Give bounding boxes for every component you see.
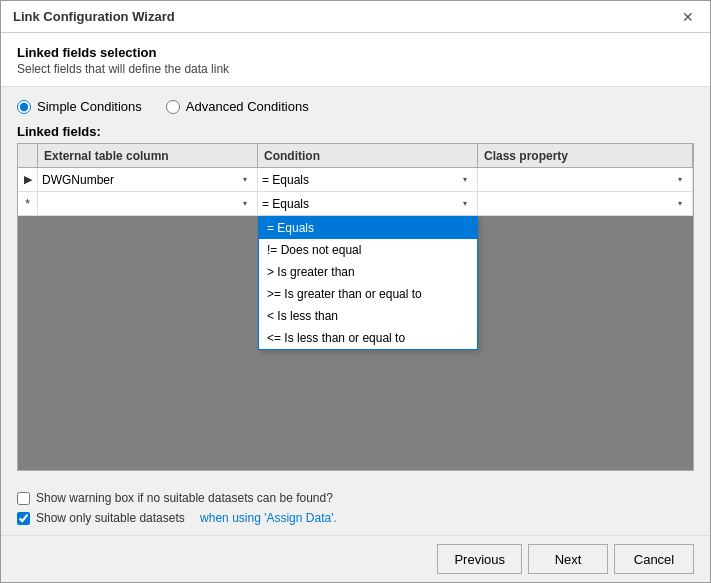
dropdown-item-less-equal[interactable]: <= Is less than or equal to — [259, 327, 477, 349]
condition-type-group: Simple Conditions Advanced Conditions — [17, 99, 694, 114]
header-section: Linked fields selection Select fields th… — [1, 33, 710, 87]
condition-dropdown-popup: = Equals != Does not equal > Is greater … — [258, 216, 478, 350]
table-row: ▶ DWGNumber ▾ = Equals ▾ — [18, 168, 693, 192]
condition-cell-2[interactable]: = Equals ▾ = Equals != Does not equal > … — [258, 192, 478, 215]
external-value-1: DWGNumber — [42, 173, 237, 187]
next-button[interactable]: Next — [528, 544, 608, 574]
advanced-conditions-option[interactable]: Advanced Conditions — [166, 99, 309, 114]
class-dropdown-arrow-2[interactable]: ▾ — [672, 196, 688, 212]
dropdown-item-greater-equal[interactable]: >= Is greater than or equal to — [259, 283, 477, 305]
condition-cell-1[interactable]: = Equals ▾ — [258, 168, 478, 191]
previous-button[interactable]: Previous — [437, 544, 522, 574]
bottom-section: Show warning box if no suitable datasets… — [1, 483, 710, 535]
simple-conditions-label: Simple Conditions — [37, 99, 142, 114]
suitable-checkbox-row: Show only suitable datasets when using '… — [17, 511, 694, 525]
dialog-title: Link Configuration Wizard — [13, 9, 175, 24]
advanced-conditions-label: Advanced Conditions — [186, 99, 309, 114]
class-cell-2[interactable]: ▾ — [478, 192, 693, 215]
external-dropdown-arrow-1[interactable]: ▾ — [237, 172, 253, 188]
footer: Previous Next Cancel — [1, 535, 710, 582]
content-area: Simple Conditions Advanced Conditions Li… — [1, 87, 710, 483]
table-row: * ▾ = Equals ▾ = Equals ! — [18, 192, 693, 216]
simple-conditions-radio[interactable] — [17, 100, 31, 114]
condition-value-2: = Equals — [262, 197, 457, 211]
class-dropdown-arrow-1[interactable]: ▾ — [672, 172, 688, 188]
title-bar: Link Configuration Wizard ✕ — [1, 1, 710, 33]
external-column-cell-1[interactable]: DWGNumber ▾ — [38, 168, 258, 191]
row-indicator-2: * — [18, 192, 38, 215]
dropdown-item-not-equals[interactable]: != Does not equal — [259, 239, 477, 261]
dropdown-item-less-than[interactable]: < Is less than — [259, 305, 477, 327]
suitable-checkbox-label-highlight: when using 'Assign Data'. — [200, 511, 337, 525]
th-condition-column: Condition — [258, 144, 478, 167]
warning-checkbox-label: Show warning box if no suitable datasets… — [36, 491, 333, 505]
header-subtitle: Select fields that will define the data … — [17, 62, 694, 76]
dropdown-item-greater-than[interactable]: > Is greater than — [259, 261, 477, 283]
header-title: Linked fields selection — [17, 45, 694, 60]
advanced-conditions-radio[interactable] — [166, 100, 180, 114]
linked-fields-table: External table column Condition Class pr… — [17, 143, 694, 471]
condition-dropdown-arrow-2[interactable]: ▾ — [457, 196, 473, 212]
th-external-column: External table column — [38, 144, 258, 167]
warning-checkbox-row: Show warning box if no suitable datasets… — [17, 491, 694, 505]
external-dropdown-arrow-2[interactable]: ▾ — [237, 196, 253, 212]
row-indicator-1: ▶ — [18, 168, 38, 191]
simple-conditions-option[interactable]: Simple Conditions — [17, 99, 142, 114]
suitable-checkbox[interactable] — [17, 512, 30, 525]
table-header: External table column Condition Class pr… — [18, 144, 693, 168]
warning-checkbox[interactable] — [17, 492, 30, 505]
condition-value-1: = Equals — [262, 173, 457, 187]
suitable-checkbox-label-before: Show only suitable datasets — [36, 511, 185, 525]
class-cell-1[interactable]: ▾ — [478, 168, 693, 191]
cancel-button[interactable]: Cancel — [614, 544, 694, 574]
dropdown-item-equals[interactable]: = Equals — [259, 217, 477, 239]
dialog: Link Configuration Wizard ✕ Linked field… — [0, 0, 711, 583]
th-arrow — [18, 144, 38, 167]
th-class-column: Class property — [478, 144, 693, 167]
close-button[interactable]: ✕ — [678, 7, 698, 27]
linked-fields-label: Linked fields: — [17, 124, 694, 139]
condition-dropdown-arrow-1[interactable]: ▾ — [457, 172, 473, 188]
external-column-cell-2[interactable]: ▾ — [38, 192, 258, 215]
